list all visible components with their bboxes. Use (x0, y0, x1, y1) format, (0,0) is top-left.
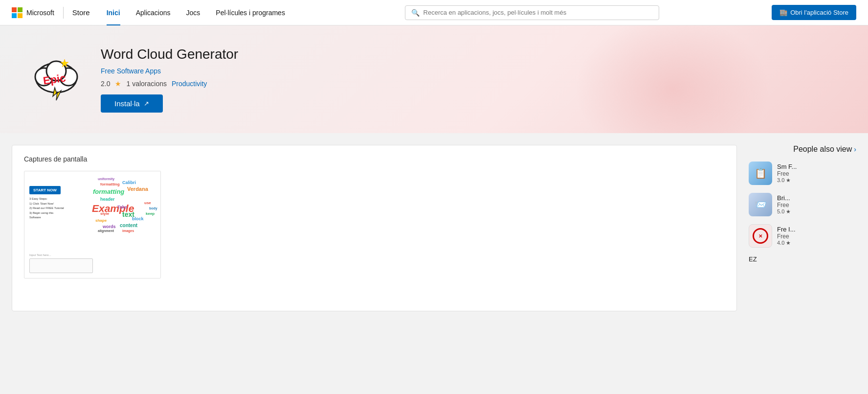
pav-app-info-1: Sm F... Free 3.0 ★ (777, 163, 856, 184)
microsoft-logo (12, 7, 22, 18)
screenshots-title: Captures de pantalla (24, 155, 725, 163)
store-icon: 🏬 (779, 9, 787, 16)
pav-item-4[interactable]: EZ (749, 255, 856, 263)
store-label: Store (72, 8, 90, 17)
free-icon-symbol: ✕ (753, 228, 768, 244)
external-link-icon: ↗ (144, 100, 149, 107)
app-meta: 2.0 ★ 1 valoracions Productivity (101, 80, 238, 88)
app-icon-free: ✕ (749, 224, 772, 248)
nav-jocs[interactable]: Jocs (179, 0, 207, 25)
open-store-button[interactable]: 🏬 Obri l'aplicació Store (772, 5, 856, 20)
search-input[interactable] (423, 9, 653, 16)
pav-app-info-2: Bri... Free 5.0 ★ (777, 194, 856, 215)
people-also-view-label: People also view (793, 145, 852, 154)
brand-separator (63, 7, 64, 19)
pav-item-1[interactable]: 📋 Sm F... Free 3.0 ★ (749, 162, 856, 185)
pav-app-name-4: EZ (749, 255, 856, 263)
rating-count: 1 valoracions (126, 80, 167, 88)
app-icon: Epic (29, 52, 83, 106)
category-link[interactable]: Productivity (172, 80, 207, 88)
app-icon-container: Epic (29, 52, 83, 106)
install-label: Instal·la (114, 99, 140, 108)
pav-item-2[interactable]: 📨 Bri... Free 5.0 ★ (749, 193, 856, 216)
pav-app-rating-1: 3.0 ★ (777, 177, 856, 184)
main-content: Captures de pantalla START NOW 3 Easy St… (0, 133, 868, 311)
word-cloud-preview: START NOW 3 Easy Steps: 1) Click 'Start … (24, 171, 160, 278)
pav-app-name-3: Fre I... (777, 226, 856, 233)
app-rating: 2.0 (101, 80, 110, 88)
developer-link[interactable]: Free Software Apps (101, 67, 238, 75)
app-header: Microsoft Store Inici Aplicacions Jocs P… (0, 0, 868, 25)
app-icon-brief: 📨 (749, 193, 772, 216)
pav-app-info-4: EZ (749, 255, 856, 263)
app-icon-smartforms: 📋 (749, 162, 772, 185)
pav-app-badge-3: Free (777, 233, 856, 240)
nav-pelicules[interactable]: Pel·lícules i programes (209, 0, 292, 25)
hero-info: Word Cloud Generator Free Software Apps … (101, 46, 238, 113)
pav-app-badge-1: Free (777, 170, 856, 177)
brand-name: Microsoft (26, 9, 54, 17)
start-now-indicator: START NOW (29, 186, 61, 194)
brief-icon-symbol: 📨 (755, 199, 767, 210)
search-container: 🔍 (405, 5, 659, 20)
nav-inicio[interactable]: Inici (100, 0, 127, 25)
text-area-box (29, 258, 93, 273)
screenshots-section: Captures de pantalla START NOW 3 Easy St… (12, 145, 737, 311)
install-button[interactable]: Instal·la ↗ (101, 94, 163, 113)
pav-app-name-1: Sm F... (777, 163, 856, 170)
search-box[interactable]: 🔍 (405, 5, 659, 20)
chevron-right-icon[interactable]: › (854, 145, 856, 153)
open-store-label: Obri l'aplicació Store (790, 9, 848, 16)
main-nav: Inici Aplicacions Jocs Pel·lícules i pro… (100, 0, 292, 25)
search-icon: 🔍 (411, 9, 420, 17)
pav-app-name-2: Bri... (777, 194, 856, 202)
pav-app-badge-2: Free (777, 202, 856, 209)
smartforms-icon-symbol: 📋 (755, 167, 767, 179)
pav-item-3[interactable]: ✕ Fre I... Free 4.0 ★ (749, 224, 856, 248)
text-area-label: Input Text here... (29, 254, 51, 256)
star-icon: ★ (115, 80, 121, 88)
hero-banner: Epic Word Cloud Generator Free Software … (0, 25, 868, 133)
pav-app-rating-3: 4.0 ★ (777, 240, 856, 246)
pav-app-info-3: Fre I... Free 4.0 ★ (777, 226, 856, 246)
pav-app-rating-2: 5.0 ★ (777, 209, 856, 215)
screenshot-image: START NOW 3 Easy Steps: 1) Click 'Start … (24, 171, 161, 278)
nav-aplicacions[interactable]: Aplicacions (129, 0, 178, 25)
brand-logo[interactable]: Microsoft Store (12, 7, 90, 19)
app-title: Word Cloud Generator (101, 46, 238, 62)
steps-text: 3 Easy Steps: 1) Click 'Start Now' 2) Re… (29, 197, 64, 220)
sidebar: People also view › 📋 Sm F... Free 3.0 ★ … (749, 145, 856, 271)
people-also-view-header: People also view › (749, 145, 856, 154)
